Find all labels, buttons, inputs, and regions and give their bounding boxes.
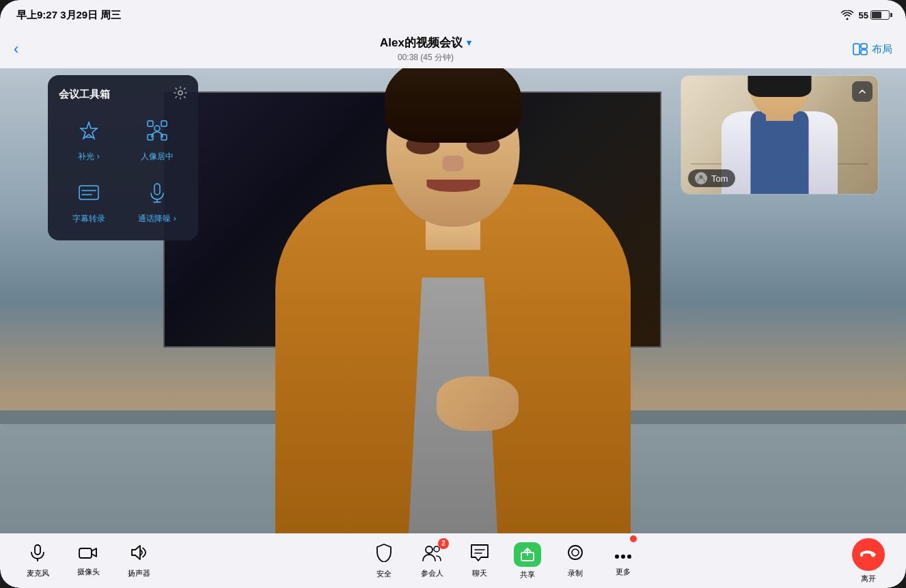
toolbar-more-btn[interactable]: 更多 xyxy=(606,545,640,577)
camera-icon xyxy=(79,545,98,564)
header-center: Alex的视频会议 ▾ 00:38 (45 分钟) xyxy=(41,35,810,64)
security-label: 安全 xyxy=(376,569,392,579)
toolbox-subtitle[interactable]: 字幕转录 xyxy=(59,176,119,230)
dropdown-icon: ▾ xyxy=(467,38,471,48)
back-button[interactable]: ‹ xyxy=(14,40,41,58)
fill-light-label: 补光 › xyxy=(78,152,99,163)
svg-rect-13 xyxy=(154,184,160,195)
toolbar-chat-btn[interactable]: 聊天 xyxy=(463,544,497,578)
meeting-toolbox: 会议工具箱 补光 › xyxy=(48,75,198,240)
subtitle-icon xyxy=(78,182,100,208)
participant-tile-tom[interactable]: Tom xyxy=(681,75,879,195)
security-icon xyxy=(375,543,393,566)
participants-icon: 2 xyxy=(422,544,442,565)
end-call-icon[interactable] xyxy=(852,538,885,571)
toolbar-end-btn[interactable]: 离开 xyxy=(851,538,886,584)
svg-rect-6 xyxy=(161,121,167,126)
status-icons: 55 xyxy=(841,10,890,20)
svg-point-20 xyxy=(426,546,433,553)
toolbox-fill-light[interactable]: 补光 › xyxy=(59,114,119,168)
svg-point-9 xyxy=(154,126,160,131)
svg-point-26 xyxy=(572,549,579,556)
speaker-label: 扬声器 xyxy=(128,568,150,578)
participants-badge: 2 xyxy=(438,538,449,549)
fill-light-icon xyxy=(78,120,100,146)
mic-icon xyxy=(29,544,46,565)
wifi-icon xyxy=(841,10,853,20)
toolbar-record-btn[interactable]: 录制 xyxy=(558,544,592,578)
toolbar: 麦克风 摄像头 xyxy=(0,533,906,588)
mic-label: 麦克风 xyxy=(27,568,49,578)
meeting-title-text: Alex的视频会议 xyxy=(380,35,463,51)
toolbox-noise-cancel[interactable]: 通话降噪 › xyxy=(127,176,187,230)
svg-rect-1 xyxy=(861,44,867,48)
battery-indicator: 55 xyxy=(859,10,890,20)
toolbar-mic-btn[interactable]: 麦克风 xyxy=(20,544,55,578)
header-right: 布局 xyxy=(810,43,892,56)
battery-percent: 55 xyxy=(859,10,868,20)
more-dot-badge xyxy=(630,535,637,542)
toolbar-camera-btn[interactable]: 摄像头 xyxy=(71,545,105,577)
svg-rect-17 xyxy=(35,545,40,555)
noise-cancel-label: 通话降噪 › xyxy=(138,214,176,225)
layout-label: 布局 xyxy=(872,43,892,56)
participants-label: 参会人 xyxy=(421,568,443,578)
share-label: 共享 xyxy=(520,570,535,580)
battery-fill xyxy=(872,12,881,18)
record-icon xyxy=(566,544,585,565)
noise-cancel-icon xyxy=(146,182,168,208)
device-frame: 早上9:27 3月29日 周三 55 ‹ Alex的视频会议 ▾ xyxy=(0,0,906,588)
participant-name-badge: Tom xyxy=(688,169,735,187)
tom-hair xyxy=(748,75,812,97)
toolbar-center: 安全 2 参会人 xyxy=(367,542,640,580)
svg-marker-4 xyxy=(81,122,97,139)
person-focus-label: 人像居中 xyxy=(141,152,174,163)
chat-label: 聊天 xyxy=(472,568,487,578)
tile-collapse-button[interactable] xyxy=(852,81,873,102)
svg-rect-5 xyxy=(148,121,153,126)
participant-avatar-icon xyxy=(695,172,707,184)
toolbox-settings-icon[interactable] xyxy=(174,86,187,103)
toolbar-security-btn[interactable]: 安全 xyxy=(367,543,401,579)
toolbar-speaker-btn[interactable]: 扬声器 xyxy=(122,544,156,578)
tom-vest xyxy=(751,111,809,194)
status-time: 早上9:27 3月29日 周三 xyxy=(16,9,121,22)
person-hand xyxy=(437,376,519,431)
svg-point-27 xyxy=(615,555,619,559)
layout-button[interactable]: 布局 xyxy=(853,43,892,56)
svg-rect-0 xyxy=(853,44,860,55)
subtitle-label: 字幕转录 xyxy=(72,214,105,225)
toolbar-participants-btn[interactable]: 2 参会人 xyxy=(415,544,449,578)
toolbox-header: 会议工具箱 xyxy=(59,86,187,103)
participant-name-text: Tom xyxy=(711,173,728,184)
end-label: 离开 xyxy=(861,574,876,584)
svg-point-29 xyxy=(627,555,631,559)
chat-icon xyxy=(470,544,489,565)
toolbox-title: 会议工具箱 xyxy=(59,88,110,101)
svg-rect-2 xyxy=(861,50,867,55)
battery-box xyxy=(870,10,890,20)
speaker-icon xyxy=(129,544,148,565)
more-label: 更多 xyxy=(616,567,631,577)
toolbar-right: 离开 xyxy=(851,538,886,584)
status-bar: 早上9:27 3月29日 周三 55 xyxy=(0,0,906,30)
toolbar-share-btn[interactable]: 共享 xyxy=(510,542,545,580)
meeting-title[interactable]: Alex的视频会议 ▾ xyxy=(41,35,810,51)
meeting-duration: 00:38 (45 分钟) xyxy=(41,52,810,64)
person-hair xyxy=(385,68,521,143)
layout-icon xyxy=(853,43,868,55)
svg-point-28 xyxy=(621,555,625,559)
svg-point-3 xyxy=(178,91,182,95)
camera-label: 摄像头 xyxy=(77,567,100,577)
toolbox-person-focus[interactable]: 人像居中 xyxy=(127,114,187,168)
header-bar: ‹ Alex的视频会议 ▾ 00:38 (45 分钟) 布局 xyxy=(0,30,906,68)
svg-rect-10 xyxy=(79,186,98,199)
svg-rect-19 xyxy=(79,548,92,558)
svg-point-25 xyxy=(568,546,582,559)
share-icon-wrapper xyxy=(514,542,541,567)
record-label: 录制 xyxy=(568,568,583,578)
toolbox-grid: 补光 › 人像居中 xyxy=(59,114,187,229)
toolbar-left: 麦克风 摄像头 xyxy=(20,544,156,578)
more-icon xyxy=(614,545,633,564)
person-focus-icon xyxy=(146,120,168,146)
